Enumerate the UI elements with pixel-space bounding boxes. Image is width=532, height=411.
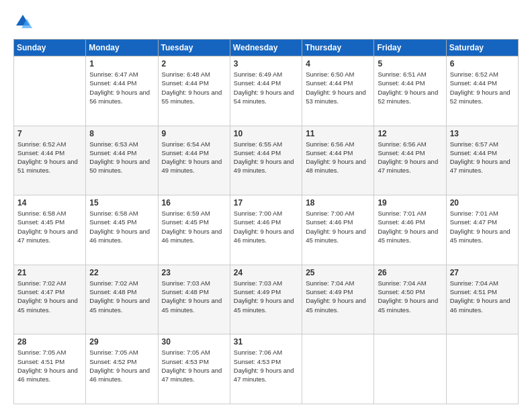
day-info: Sunrise: 6:58 AMSunset: 4:45 PMDaylight:…: [17, 210, 78, 244]
calendar-cell: 9Sunrise: 6:54 AMSunset: 4:44 PMDaylight…: [158, 126, 230, 195]
day-number: 18: [306, 198, 370, 208]
day-info: Sunrise: 7:05 AMSunset: 4:53 PMDaylight:…: [162, 349, 222, 383]
calendar-cell: 25Sunrise: 7:04 AMSunset: 4:49 PMDayligh…: [302, 265, 374, 334]
day-number: 30: [162, 337, 226, 347]
day-number: 14: [17, 198, 82, 208]
day-number: 29: [89, 337, 154, 347]
calendar-cell: 19Sunrise: 7:01 AMSunset: 4:46 PMDayligh…: [374, 195, 446, 265]
day-number: 21: [17, 268, 82, 277]
logo-icon: [13, 12, 32, 31]
day-number: 7: [17, 129, 82, 138]
day-number: 13: [450, 129, 515, 138]
week-row-5: 28Sunrise: 7:05 AMSunset: 4:51 PMDayligh…: [14, 334, 519, 404]
calendar-cell: 17Sunrise: 7:00 AMSunset: 4:46 PMDayligh…: [230, 195, 302, 265]
day-number: 9: [162, 129, 226, 138]
calendar-cell: 10Sunrise: 6:55 AMSunset: 4:44 PMDayligh…: [230, 126, 302, 195]
weekday-header-wednesday: Wednesday: [230, 40, 302, 56]
day-info: Sunrise: 6:59 AMSunset: 4:45 PMDaylight:…: [162, 210, 222, 244]
week-row-4: 21Sunrise: 7:02 AMSunset: 4:47 PMDayligh…: [14, 265, 519, 334]
logo: [13, 12, 35, 31]
page: SundayMondayTuesdayWednesdayThursdayFrid…: [0, 0, 532, 411]
calendar-cell: 3Sunrise: 6:49 AMSunset: 4:44 PMDaylight…: [230, 56, 302, 126]
day-info: Sunrise: 6:57 AMSunset: 4:44 PMDaylight:…: [450, 140, 511, 175]
calendar-cell: 11Sunrise: 6:56 AMSunset: 4:44 PMDayligh…: [302, 126, 374, 195]
calendar-cell: 4Sunrise: 6:50 AMSunset: 4:44 PMDaylight…: [302, 56, 374, 126]
day-number: 11: [306, 129, 370, 138]
calendar-cell: 27Sunrise: 7:04 AMSunset: 4:51 PMDayligh…: [446, 265, 518, 334]
day-info: Sunrise: 7:01 AMSunset: 4:47 PMDaylight:…: [450, 210, 511, 244]
day-info: Sunrise: 6:54 AMSunset: 4:44 PMDaylight:…: [162, 140, 222, 175]
day-number: 4: [306, 59, 370, 68]
day-info: Sunrise: 6:47 AMSunset: 4:44 PMDaylight:…: [89, 71, 150, 105]
day-number: 6: [450, 59, 515, 68]
calendar-cell: 16Sunrise: 6:59 AMSunset: 4:45 PMDayligh…: [158, 195, 230, 265]
calendar-cell: 24Sunrise: 7:03 AMSunset: 4:49 PMDayligh…: [230, 265, 302, 334]
day-info: Sunrise: 6:52 AMSunset: 4:44 PMDaylight:…: [17, 140, 78, 175]
header: [13, 12, 519, 31]
day-number: 5: [378, 59, 442, 68]
calendar-cell: [374, 334, 446, 404]
day-number: 24: [234, 268, 298, 277]
day-info: Sunrise: 7:04 AMSunset: 4:50 PMDaylight:…: [378, 279, 438, 314]
day-number: 26: [378, 268, 442, 277]
weekday-header-row: SundayMondayTuesdayWednesdayThursdayFrid…: [14, 40, 519, 56]
day-info: Sunrise: 6:50 AMSunset: 4:44 PMDaylight:…: [306, 71, 366, 105]
calendar-cell: [302, 334, 374, 404]
day-info: Sunrise: 7:03 AMSunset: 4:49 PMDaylight:…: [234, 279, 294, 314]
calendar-cell: 6Sunrise: 6:52 AMSunset: 4:44 PMDaylight…: [446, 56, 518, 126]
day-info: Sunrise: 7:04 AMSunset: 4:51 PMDaylight:…: [450, 279, 511, 314]
day-number: 8: [89, 129, 154, 138]
calendar-cell: 18Sunrise: 7:00 AMSunset: 4:46 PMDayligh…: [302, 195, 374, 265]
weekday-header-sunday: Sunday: [14, 40, 86, 56]
day-number: 15: [89, 198, 154, 208]
day-number: 12: [378, 129, 442, 138]
calendar-cell: 31Sunrise: 7:06 AMSunset: 4:53 PMDayligh…: [230, 334, 302, 404]
day-info: Sunrise: 6:58 AMSunset: 4:45 PMDaylight:…: [89, 210, 150, 244]
week-row-2: 7Sunrise: 6:52 AMSunset: 4:44 PMDaylight…: [14, 126, 519, 195]
day-number: 1: [89, 59, 154, 68]
day-number: 16: [162, 198, 226, 208]
day-number: 10: [234, 129, 298, 138]
week-row-1: 1Sunrise: 6:47 AMSunset: 4:44 PMDaylight…: [14, 56, 519, 126]
calendar-cell: 28Sunrise: 7:05 AMSunset: 4:51 PMDayligh…: [14, 334, 86, 404]
day-info: Sunrise: 6:51 AMSunset: 4:44 PMDaylight:…: [378, 71, 438, 105]
day-number: 31: [234, 337, 298, 347]
calendar-cell: 1Sunrise: 6:47 AMSunset: 4:44 PMDaylight…: [86, 56, 158, 126]
day-info: Sunrise: 7:04 AMSunset: 4:49 PMDaylight:…: [306, 279, 366, 314]
day-number: 20: [450, 198, 515, 208]
day-number: 19: [378, 198, 442, 208]
calendar-table: SundayMondayTuesdayWednesdayThursdayFrid…: [13, 39, 519, 404]
weekday-header-tuesday: Tuesday: [158, 40, 230, 56]
day-info: Sunrise: 7:05 AMSunset: 4:52 PMDaylight:…: [89, 349, 150, 383]
day-info: Sunrise: 7:06 AMSunset: 4:53 PMDaylight:…: [234, 349, 294, 383]
day-info: Sunrise: 7:01 AMSunset: 4:46 PMDaylight:…: [378, 210, 438, 244]
day-info: Sunrise: 6:56 AMSunset: 4:44 PMDaylight:…: [306, 140, 366, 175]
calendar-cell: 14Sunrise: 6:58 AMSunset: 4:45 PMDayligh…: [14, 195, 86, 265]
day-number: 27: [450, 268, 515, 277]
day-number: 3: [234, 59, 298, 68]
calendar-cell: 26Sunrise: 7:04 AMSunset: 4:50 PMDayligh…: [374, 265, 446, 334]
weekday-header-thursday: Thursday: [302, 40, 374, 56]
day-info: Sunrise: 6:49 AMSunset: 4:44 PMDaylight:…: [234, 71, 294, 105]
week-row-3: 14Sunrise: 6:58 AMSunset: 4:45 PMDayligh…: [14, 195, 519, 265]
day-info: Sunrise: 7:00 AMSunset: 4:46 PMDaylight:…: [306, 210, 366, 244]
weekday-header-monday: Monday: [86, 40, 158, 56]
calendar-cell: [446, 334, 518, 404]
calendar-cell: 7Sunrise: 6:52 AMSunset: 4:44 PMDaylight…: [14, 126, 86, 195]
calendar-cell: 12Sunrise: 6:56 AMSunset: 4:44 PMDayligh…: [374, 126, 446, 195]
calendar-cell: 21Sunrise: 7:02 AMSunset: 4:47 PMDayligh…: [14, 265, 86, 334]
calendar-cell: [14, 56, 86, 126]
day-number: 23: [162, 268, 226, 277]
calendar-cell: 23Sunrise: 7:03 AMSunset: 4:48 PMDayligh…: [158, 265, 230, 334]
weekday-header-saturday: Saturday: [446, 40, 518, 56]
calendar-cell: 2Sunrise: 6:48 AMSunset: 4:44 PMDaylight…: [158, 56, 230, 126]
weekday-header-friday: Friday: [374, 40, 446, 56]
day-number: 28: [17, 337, 82, 347]
day-info: Sunrise: 6:55 AMSunset: 4:44 PMDaylight:…: [234, 140, 294, 175]
calendar-cell: 30Sunrise: 7:05 AMSunset: 4:53 PMDayligh…: [158, 334, 230, 404]
calendar-cell: 8Sunrise: 6:53 AMSunset: 4:44 PMDaylight…: [86, 126, 158, 195]
calendar-cell: 5Sunrise: 6:51 AMSunset: 4:44 PMDaylight…: [374, 56, 446, 126]
day-info: Sunrise: 6:53 AMSunset: 4:44 PMDaylight:…: [89, 140, 150, 175]
day-number: 25: [306, 268, 370, 277]
calendar-cell: 22Sunrise: 7:02 AMSunset: 4:48 PMDayligh…: [86, 265, 158, 334]
